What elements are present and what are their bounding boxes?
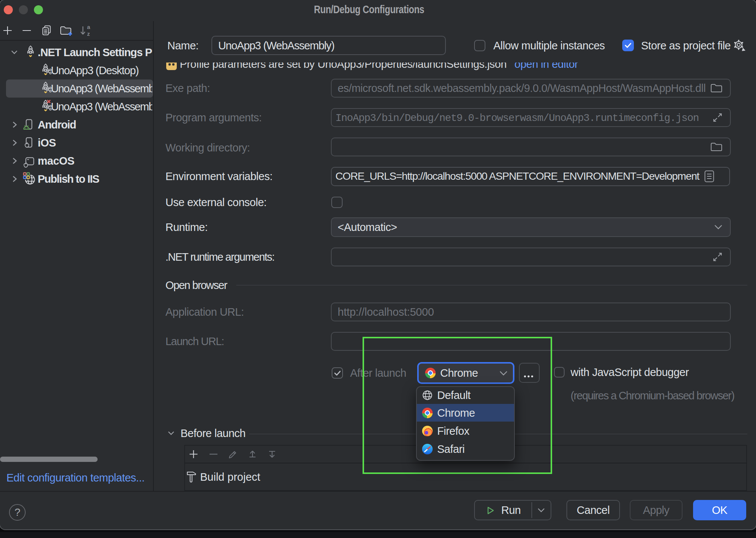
svg-text:z: z (87, 31, 90, 37)
svg-text:a: a (87, 24, 90, 30)
